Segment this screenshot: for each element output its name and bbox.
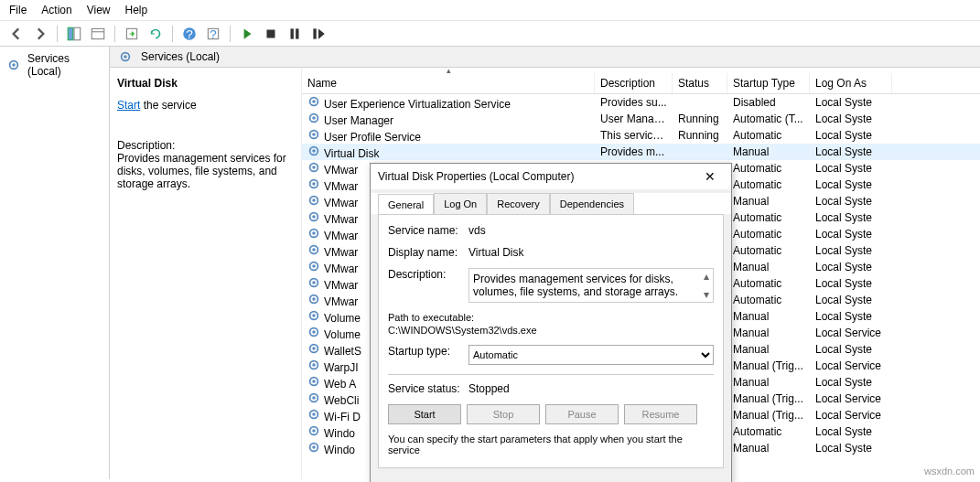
gear-icon (307, 227, 320, 240)
resume-button: Resume (624, 404, 697, 424)
svg-point-50 (312, 363, 316, 367)
cell-logon: Local Syste (810, 438, 892, 458)
help2-button[interactable]: ? (204, 25, 222, 43)
svg-point-38 (312, 264, 316, 268)
export-button[interactable] (123, 25, 141, 43)
startup-select[interactable]: Automatic (468, 345, 714, 365)
services-icon (7, 59, 20, 71)
tab-general[interactable]: General (378, 194, 434, 215)
svg-rect-1 (74, 27, 81, 40)
value-display-name: Virtual Disk (468, 246, 714, 259)
svg-point-46 (312, 330, 316, 334)
tab-recovery[interactable]: Recovery (487, 193, 549, 214)
gear-icon (307, 326, 320, 338)
gear-icon (307, 243, 320, 256)
start-button[interactable]: Start (388, 404, 461, 424)
gear-icon (307, 112, 320, 124)
svg-point-26 (312, 166, 316, 169)
value-status: Stopped (468, 382, 714, 395)
gear-icon (307, 359, 320, 371)
content-header: Services (Local) (110, 47, 980, 68)
cell-startup: Manual (727, 438, 810, 458)
svg-rect-2 (92, 28, 104, 38)
tab-dependencies[interactable]: Dependencies (550, 193, 634, 214)
tab-logon[interactable]: Log On (434, 193, 487, 214)
separator (172, 26, 173, 42)
col-startup[interactable]: Startup Type (727, 73, 810, 93)
col-description[interactable]: Description (595, 73, 673, 93)
toolbar: ? ? (0, 21, 980, 47)
properties-dialog: Virtual Disk Properties (Local Computer)… (370, 163, 732, 482)
start-link[interactable]: Start (117, 99, 140, 112)
label-path: Path to executable: (388, 312, 714, 323)
label-status: Service status: (388, 382, 468, 395)
label-description: Description: (388, 268, 468, 303)
content-title: Services (Local) (141, 50, 220, 63)
dialog-titlebar[interactable]: Virtual Disk Properties (Local Computer)… (371, 164, 731, 189)
start-service-button[interactable] (238, 25, 256, 43)
svg-point-24 (312, 149, 316, 153)
column-headers: Name Description Status Startup Type Log… (302, 73, 980, 94)
help-button[interactable]: ? (180, 25, 199, 43)
svg-rect-9 (267, 29, 275, 37)
svg-point-54 (312, 396, 316, 400)
svg-point-60 (312, 445, 316, 449)
gear-icon (307, 391, 320, 404)
tree-root[interactable]: Services (Local) (5, 50, 103, 80)
svg-point-22 (312, 133, 316, 136)
svg-point-16 (124, 55, 127, 59)
stop-button: Stop (467, 404, 540, 424)
col-name[interactable]: Name (302, 73, 595, 93)
menu-action[interactable]: Action (41, 4, 71, 16)
scroll-up-icon[interactable]: ▴ (701, 270, 712, 283)
svg-point-18 (312, 100, 316, 103)
stop-service-button[interactable] (262, 25, 280, 43)
properties-button[interactable] (89, 25, 107, 43)
gear-icon (307, 375, 320, 388)
watermark: wsxdn.com (924, 466, 975, 477)
label-startup: Startup type: (388, 345, 468, 365)
close-button[interactable]: ✕ (696, 169, 724, 184)
menu-bar: File Action View Help (0, 0, 980, 21)
svg-point-30 (312, 198, 316, 202)
gear-icon (307, 145, 320, 157)
col-logon[interactable]: Log On As (810, 73, 892, 93)
cell-desc: Provides m... (595, 142, 673, 162)
restart-service-button[interactable] (309, 25, 328, 43)
show-hide-tree-button[interactable] (65, 25, 83, 43)
gear-icon (307, 95, 320, 108)
forward-button[interactable] (31, 25, 49, 43)
menu-file[interactable]: File (9, 4, 27, 16)
gear-icon (307, 342, 320, 355)
pause-service-button[interactable] (285, 25, 304, 43)
value-description[interactable]: Provides management services for disks, … (468, 268, 714, 303)
svg-point-56 (312, 412, 316, 416)
detail-desc: Provides management services for disks, … (117, 152, 294, 190)
refresh-button[interactable] (146, 25, 165, 43)
gear-icon (307, 408, 320, 421)
back-button[interactable] (7, 25, 26, 43)
col-status[interactable]: Status (673, 73, 727, 93)
gear-icon (307, 260, 320, 273)
hint-text: You can specify the start parameters tha… (388, 434, 714, 455)
separator (114, 26, 115, 42)
detail-desc-label: Description: (117, 139, 294, 152)
gear-icon (307, 424, 320, 437)
svg-point-32 (312, 215, 316, 219)
menu-view[interactable]: View (87, 4, 111, 16)
svg-rect-10 (291, 28, 294, 38)
gear-icon (307, 210, 320, 223)
svg-point-28 (312, 182, 316, 186)
dialog-title: Virtual Disk Properties (Local Computer) (378, 170, 575, 183)
pause-button: Pause (545, 404, 619, 424)
tree-root-label: Services (Local) (27, 52, 102, 78)
value-path: C:\WINDOWS\System32\vds.exe (388, 325, 714, 336)
scroll-down-icon[interactable]: ▾ (701, 288, 712, 301)
label-service-name: Service name: (388, 224, 468, 237)
svg-point-20 (312, 116, 316, 120)
scrollbar[interactable]: ▴▾ (701, 270, 712, 301)
svg-rect-12 (313, 28, 316, 38)
separator (230, 26, 231, 42)
start-suffix: the service (140, 99, 196, 112)
menu-help[interactable]: Help (125, 4, 148, 16)
